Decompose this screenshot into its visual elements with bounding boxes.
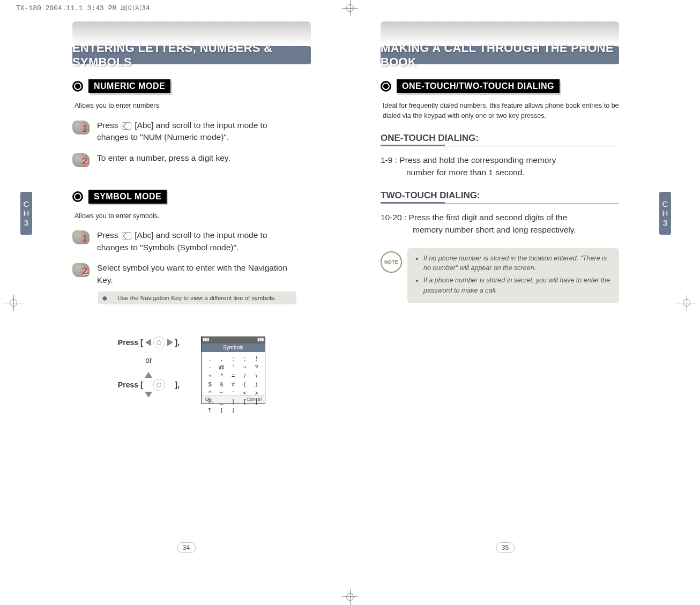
symbol-intro: Allows you to enter symbols. [75, 211, 311, 221]
page-number-left: 34 [177, 542, 196, 553]
page-number-right: 35 [496, 542, 515, 553]
symbol-step2-text: Select symbol you want to enter with the… [97, 262, 290, 286]
page-left: C H 3 ENTERING LETTERS, NUMBERS & SYMBOL… [32, 12, 340, 569]
step-badge-2-icon: 2 [72, 263, 90, 277]
symbol-cell: ? [252, 364, 261, 370]
phone-status-bar: ▮▮▮ ▮▮▮ [202, 337, 265, 343]
two-touch-body: 10-20 : Press the first digit and second… [381, 211, 611, 236]
note-panel: NOTE If no phone number is stored in the… [381, 248, 619, 303]
figure-area: Press [ ], or Press [ ], [72, 337, 311, 404]
press-label-suffix: ], [175, 338, 180, 347]
one-touch-line1: 1-9 : Press and hold the corresponding m… [381, 155, 556, 165]
step-badge-2-icon: 2 [72, 153, 90, 167]
onetwo-intro: Ideal for frequently dialed numbers, thi… [383, 101, 619, 121]
symbol-cell: # [229, 381, 237, 387]
phone-screen: ▮▮▮ ▮▮▮ Symbols .,:;!-@'~?+*=/\$&#()^~'<… [201, 337, 265, 404]
step-badge-1-icon: 1 [72, 230, 90, 244]
symbol-step1-text: Press [Abc] and scroll to the input mode… [97, 229, 290, 253]
symbol-cell [241, 407, 249, 413]
symbol-cell: $ [206, 381, 214, 387]
tab-line-c: C [24, 199, 29, 208]
section-numeric: NUMERIC MODE [72, 79, 311, 93]
page-title-left: ENTERING LETTERS, NUMBERS & SYMBOLS [72, 46, 311, 64]
symbol-cell: . [206, 355, 214, 362]
symbol-cell: * [218, 372, 226, 379]
one-touch-body: 1-9 : Press and hold the corresponding m… [381, 154, 611, 179]
numeric-step2-text: To enter a number, press a digit key. [97, 152, 230, 164]
section-pill-numeric: NUMERIC MODE [88, 79, 170, 93]
chapter-tab-right: C H 3 [659, 192, 671, 235]
note-icon: NOTE [381, 251, 402, 273]
tab-line-h: H [662, 208, 668, 218]
symbol-cell: @ [218, 364, 226, 370]
step-badge-1-icon: 1 [72, 121, 90, 135]
tip-box: ● Use the Navigation Key to view a diffe… [98, 292, 296, 304]
symbol-cell: < [241, 390, 249, 396]
symbol-cell: ^ [206, 390, 214, 396]
two-touch-line1: 10-20 : Press the first digit and second… [381, 213, 567, 222]
symbol-cell: ¶ [206, 407, 214, 413]
section-symbol: SYMBOL MODE [72, 190, 311, 204]
press-label-b: Press [ [118, 380, 143, 389]
symbol-cell: ) [252, 381, 261, 387]
symbol-cell: / [241, 372, 249, 379]
arrow-left-icon [145, 339, 151, 346]
symbol-cell: = [229, 372, 237, 379]
symbol-cell: { [218, 407, 226, 413]
two-touch-line2: memory number short and long respectivel… [381, 223, 611, 236]
symbol-cell [252, 407, 261, 413]
press-label-b-suffix: ], [175, 380, 180, 389]
softkey-cancel: Cancel [247, 397, 262, 402]
section-bullet-icon [72, 81, 83, 92]
arrow-down-icon [145, 392, 152, 398]
symbol-cell: : [229, 355, 237, 362]
symbol-cell: , [218, 355, 226, 362]
press-label: Press [ [118, 338, 143, 347]
symbol-cell: + [206, 372, 214, 379]
press-vertical: Press [ ], [118, 379, 180, 391]
softkey-ok: Ok [205, 397, 211, 402]
symbol-cell: - [206, 364, 214, 370]
tab-line-3: 3 [663, 218, 667, 227]
numeric-step-1: 1 Press [Abc] and scroll to the input mo… [72, 119, 311, 144]
symbol-cell: ' [229, 390, 237, 396]
signal-icon: ▮▮▮ [203, 337, 209, 343]
section-pill-onetwo: ONE-TOUCH/TWO-TOUCH DIALING [397, 79, 560, 93]
symbol-cell: _ [218, 398, 226, 405]
crop-mark-bottom [342, 589, 358, 605]
title-bar-right: MAKING A CALL THROUGH THE PHONE BOOK [381, 21, 619, 64]
arrow-right-icon [167, 339, 173, 346]
symbol-step-1: 1 Press [Abc] and scroll to the input mo… [72, 229, 311, 253]
symbol-cell: ; [241, 355, 249, 362]
arrow-up-icon [145, 372, 152, 378]
tab-line-c: C [662, 199, 668, 208]
subheading-one-touch: ONE-TOUCH DIALING: [381, 133, 619, 146]
softkey-icon [122, 232, 131, 240]
phone-screen-title: Symbols [202, 343, 265, 352]
numeric-intro: Allows you to enter numbers. [75, 101, 311, 111]
tab-line-h: H [24, 208, 29, 218]
chapter-tab-left: C H 3 [20, 192, 32, 235]
battery-icon: ▮▮▮ [257, 337, 264, 343]
symbol-cell: } [229, 407, 237, 413]
note-item-1: If no phone number is stored in the loca… [423, 253, 612, 274]
symbol-cell: > [252, 390, 261, 396]
note-item-2: If a phone number is stored in secret, y… [423, 275, 612, 296]
title-bar-left: ENTERING LETTERS, NUMBERS & SYMBOLS [72, 21, 311, 64]
nav-key-icon [153, 379, 165, 391]
note-body: If no phone number is stored in the loca… [407, 248, 619, 303]
numeric-step1-text: Press [Abc] and scroll to the input mode… [97, 119, 290, 144]
tip-text: Use the Navigation Key to view a differe… [112, 292, 281, 304]
symbol-cell: & [218, 381, 226, 387]
press-block: Press [ ], or Press [ ], [118, 337, 180, 404]
symbol-cell: ~ [241, 364, 249, 370]
symbol-cell: ' [229, 364, 237, 370]
page-title-right: MAKING A CALL THROUGH THE PHONE BOOK [381, 46, 619, 64]
symbol-cell: | [229, 398, 237, 405]
section-pill-symbol: SYMBOL MODE [88, 190, 167, 204]
nav-key-icon [153, 337, 165, 348]
symbol-grid: .,:;!-@'~?+*=/\$&#()^~'<>%_|[]¶{} [206, 355, 260, 413]
or-label: or [145, 356, 152, 364]
crop-mark-right [676, 295, 697, 311]
softkey-icon [122, 122, 131, 130]
